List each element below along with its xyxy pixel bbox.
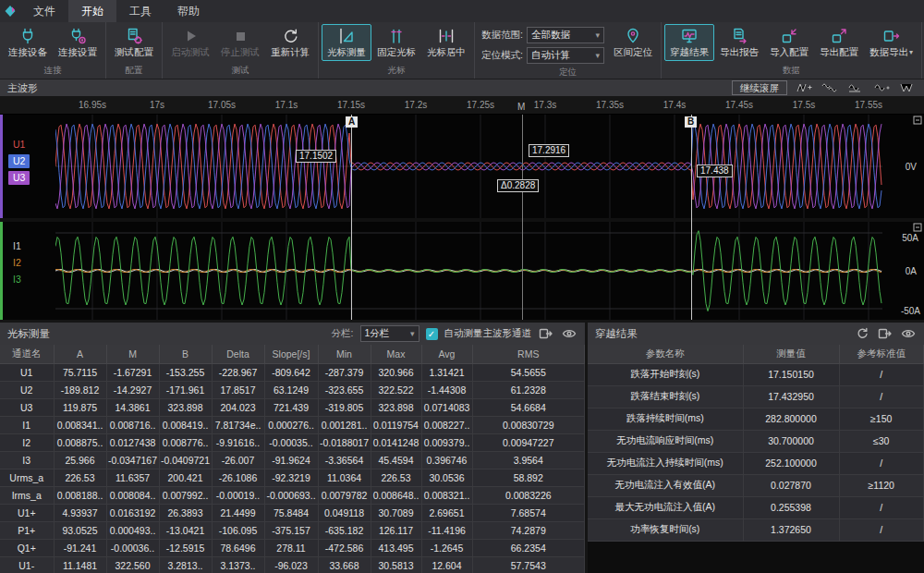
menu-item-help[interactable]: 帮助 — [164, 0, 213, 22]
connect-settings-button[interactable]: 连接设置 — [53, 24, 103, 61]
table-cell: 无功电流注入持续时间(ms) — [588, 452, 743, 474]
channel-label-i2[interactable]: I2 — [8, 256, 26, 270]
measure-table-row[interactable]: Q1+-91.241-0.00036..-12.591578.6496278.1… — [0, 539, 585, 556]
position-mode-select[interactable]: 自动计算 ▾ — [527, 47, 604, 64]
ribbon-group-position: 数据范围: 全部数据 ▾ 定位模式: 自动计算 ▾ — [475, 22, 662, 79]
time-tick-label: 16.95s — [79, 100, 106, 110]
cursor-measure-panel: 光标测量 分栏: 1分栏 ▾ ✓ 自动测量主波形通道 — [0, 323, 585, 573]
measure-table-row[interactable]: I10.008341..0.008716..0.008419..7.81734e… — [0, 416, 585, 433]
measure-table-row[interactable]: U3119.87514.3861323.898204.023721.439-31… — [0, 398, 585, 416]
measure-table-row[interactable]: U175.7115-1.67291-153.255-228.967-809.64… — [0, 363, 585, 381]
interval-position-button[interactable]: 区间定位 — [608, 24, 658, 61]
table-cell: / — [839, 385, 924, 408]
channel-label-u3[interactable]: U3 — [8, 171, 30, 185]
channel-label-u1[interactable]: U1 — [8, 138, 30, 152]
result-table-row[interactable]: 跌落持续时间(ms)282.800000≥150 — [588, 408, 924, 430]
import-config-button[interactable]: 导入配置 — [764, 24, 814, 61]
channel-label-i1[interactable]: I1 — [8, 239, 26, 253]
measure-table-row[interactable]: P1+93.05250.000493..-13.0421-106.095-375… — [0, 521, 585, 539]
interval-position-icon — [623, 27, 643, 45]
result-table-row[interactable]: 跌落开始时刻(s)17.150150/ — [588, 363, 924, 385]
channel-label-u2[interactable]: U2 — [8, 154, 30, 168]
current-panel[interactable]: I1 I2 I3 50A 0A -50A — [0, 222, 924, 320]
export-report-button[interactable]: 导出报告 — [714, 24, 764, 61]
time-tick-label: 17s — [150, 100, 164, 110]
split-label: 分栏: — [332, 327, 354, 340]
measure-table-row[interactable]: Urms_a226.5311.6357200.421-26.1086-92.32… — [0, 469, 585, 486]
waveform-title-bar: 主波形 继续滚屏 — [0, 79, 924, 96]
result-table-row[interactable]: 功率恢复时间(s)1.372650/ — [588, 518, 924, 541]
table-cell: 无功电流响应时间(ms) — [588, 430, 743, 452]
table-cell: 119.875 — [54, 398, 106, 416]
measure-table-row[interactable]: Irms_a0.008188..0.008084..0.007992..-0.0… — [0, 486, 585, 504]
table-cell: 0.000276.. — [264, 416, 318, 433]
table-cell: -12.5915 — [159, 539, 212, 556]
table-cell: ≥1120 — [839, 474, 924, 496]
split-select[interactable]: 1分栏 ▾ — [360, 325, 419, 342]
channel-label-i3[interactable]: I3 — [8, 273, 26, 286]
recalculate-button[interactable]: 重新计算 — [265, 24, 315, 61]
connect-device-button[interactable]: 连接设备 — [3, 24, 53, 61]
scale-corner-icon[interactable] — [913, 223, 922, 232]
measure-table-row[interactable]: U1-11.1481322.5603.2813..3.1373..-96.023… — [0, 556, 585, 573]
stop-test-button[interactable]: 停止测试 — [215, 24, 265, 61]
refresh-icon[interactable] — [854, 327, 870, 340]
connect-device-icon — [18, 27, 38, 45]
result-table-row[interactable]: 跌落结束时刻(s)17.432950/ — [588, 385, 924, 408]
current-wave-plot[interactable]: 50A 0A -50A — [55, 222, 924, 320]
visibility-icon[interactable] — [900, 327, 917, 340]
result-table-row[interactable]: 无功电流注入持续时间(ms)252.100000/ — [588, 452, 924, 474]
table-cell: -1.67291 — [106, 363, 159, 381]
cursor-center-button[interactable]: 光标居中 — [421, 24, 471, 61]
ribbon-group-label: 连接 — [3, 65, 103, 79]
fixed-cursor-button[interactable]: 固定光标 — [371, 24, 421, 61]
wave-mode-marker-icon[interactable] — [795, 82, 813, 94]
table-cell: -287.379 — [318, 363, 371, 381]
time-tick-label: 17.1s — [275, 100, 298, 110]
ride-through-result-button[interactable]: 穿越结果 — [664, 24, 714, 61]
wave-mode-baseline-icon[interactable] — [846, 82, 865, 94]
table-cell: Q1+ — [0, 539, 54, 556]
measure-table-row[interactable]: U1+4.939370.016319226.389321.449975.8484… — [0, 504, 585, 521]
voltage-wave-plot[interactable]: 0V — [55, 115, 924, 218]
measure-table-row[interactable]: I20.008875..0.01274380.008776..-9.91616.… — [0, 433, 585, 451]
start-test-button[interactable]: 启动测试 — [165, 24, 215, 61]
table-cell: 0.0714083 — [421, 398, 472, 416]
table-cell: 0.0127438 — [106, 433, 159, 451]
result-table-row[interactable]: 无功电流响应时间(ms)30.700000≤30 — [588, 430, 924, 452]
menu-item-start[interactable]: 开始 — [68, 0, 116, 22]
visibility-icon[interactable] — [561, 327, 578, 340]
data-export-button[interactable]: 数据导出 ▾ — [864, 24, 918, 61]
continue-scroll-button[interactable]: 继续滚屏 — [732, 80, 787, 95]
export-table-icon[interactable] — [538, 327, 554, 340]
export-config-button[interactable]: 导出配置 — [814, 24, 864, 61]
menu-item-file[interactable]: 文件 — [20, 0, 68, 22]
result-table-row[interactable]: 最大无功电流注入值(A)0.255398/ — [588, 496, 924, 518]
current-max-axis-label: 50A — [902, 233, 918, 243]
table-cell: 7.68574 — [472, 504, 585, 521]
button-label: 区间定位 — [614, 46, 652, 59]
result-table-row[interactable]: 无功电流注入有效值(A)0.027870≥1120 — [588, 474, 924, 496]
wave-mode-add-icon[interactable] — [872, 82, 891, 94]
auto-measure-checkbox[interactable]: ✓ — [426, 328, 438, 340]
export-result-icon[interactable] — [877, 327, 894, 340]
test-config-button[interactable]: 测试配置 — [109, 24, 159, 61]
table-cell: 54.5655 — [472, 363, 585, 381]
data-range-select[interactable]: 全部数据 ▾ — [527, 27, 604, 43]
scale-corner-icon[interactable] — [913, 116, 922, 125]
table-cell: 0.049118 — [318, 504, 371, 521]
table-cell: 57.7543 — [472, 556, 585, 573]
table-cell: 17.432950 — [743, 385, 839, 408]
button-label: 数据导出 — [869, 46, 908, 59]
table-cell: -228.967 — [212, 363, 264, 381]
wave-mode-dual-icon[interactable] — [821, 82, 839, 94]
measure-table-row[interactable]: I325.966-0.0347167-0.0409721-26.007-91.9… — [0, 451, 585, 469]
menu-item-tools[interactable]: 工具 — [116, 0, 164, 22]
table-cell: 75.7115 — [54, 363, 106, 381]
table-cell: 14.3861 — [106, 398, 159, 416]
voltage-panel[interactable]: U1 U2 U3 0V — [0, 115, 924, 218]
table-cell: -319.805 — [318, 398, 371, 416]
cursor-measure-button[interactable]: 光标测量 — [322, 24, 371, 61]
wave-mode-overlay-icon[interactable] — [898, 82, 917, 94]
measure-table-row[interactable]: U2-189.812-14.2927-171.96117.851763.1249… — [0, 381, 585, 398]
